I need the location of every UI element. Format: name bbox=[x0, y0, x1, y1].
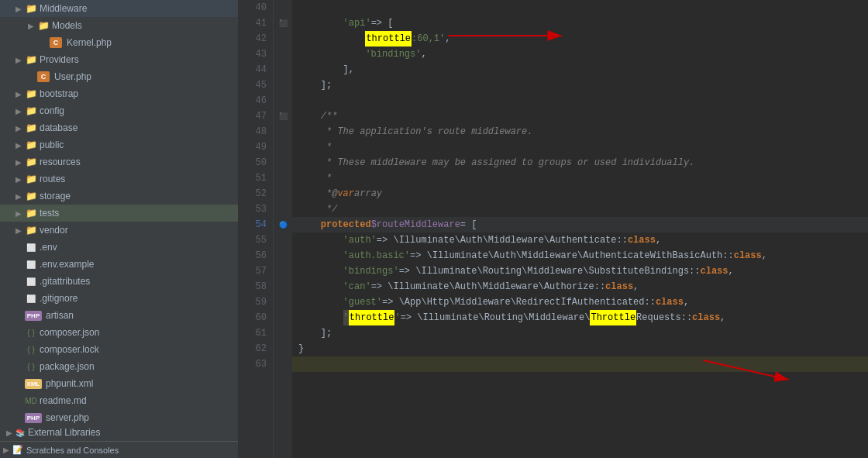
code-line-45: ]; bbox=[292, 77, 868, 93]
sidebar-item-label: Kernel.php bbox=[67, 37, 112, 48]
code-line-47: /** bbox=[292, 108, 868, 124]
folder-icon: 📁 bbox=[25, 191, 37, 201]
code-line-59: 'guest' => \App\Http\Middleware\ Redirec… bbox=[292, 294, 868, 310]
sidebar-item-providers[interactable]: ▶ 📁 Providers bbox=[0, 51, 238, 68]
sidebar-item-middleware[interactable]: ▶ 📁 Middleware bbox=[0, 0, 238, 17]
sidebar-item-label: phpunit.xml bbox=[46, 378, 93, 389]
gutter-cell bbox=[274, 0, 292, 15]
code-line-41: 'api' => [ bbox=[292, 15, 868, 31]
folder-icon: 📁 bbox=[25, 3, 37, 14]
folder-icon: 📁 bbox=[25, 139, 37, 150]
sidebar: ▶ 📁 Middleware ▶ 📁 Models C Kernel.php ▶… bbox=[0, 0, 239, 458]
gutter-cell bbox=[274, 248, 292, 263]
code-line-60: 'throttle' => \Illuminate\Routing\Middle… bbox=[292, 310, 868, 325]
sidebar-item-tests[interactable]: ▶ 📁 tests bbox=[0, 205, 238, 222]
gutter-cell bbox=[274, 341, 292, 356]
sidebar-item-resources[interactable]: ▶ 📁 resources bbox=[0, 153, 238, 170]
gutter-cell bbox=[274, 310, 292, 325]
sidebar-item-label: database bbox=[40, 122, 78, 133]
code-line-55: 'auth' => \Illuminate\Auth\Middleware\ A… bbox=[292, 232, 868, 248]
code-line-62: } bbox=[292, 341, 868, 356]
arrow-icon: ▶ bbox=[12, 158, 25, 167]
sidebar-item-server[interactable]: PHP server.php bbox=[0, 409, 238, 424]
file-env-icon: ⬜ bbox=[25, 243, 37, 252]
sidebar-item-label: bootstrap bbox=[40, 88, 78, 99]
sidebar-item-label: .gitignore bbox=[40, 293, 78, 304]
folder-icon: 📁 bbox=[25, 157, 37, 167]
code-line-52: * @var array bbox=[292, 186, 868, 201]
code-line-58: 'can' => \Illuminate\Auth\Middleware\ Au… bbox=[292, 279, 868, 294]
line-numbers: 40 41 42 43 44 45 46 47 48 49 50 51 52 5… bbox=[239, 0, 274, 458]
sidebar-item-kernel[interactable]: C Kernel.php bbox=[0, 34, 238, 51]
file-git-icon: ⬜ bbox=[25, 277, 37, 286]
code-line-48: * The application's route middleware. bbox=[292, 124, 868, 139]
folder-icon: 📁 bbox=[25, 122, 37, 133]
arrow-icon: ▶ bbox=[3, 446, 9, 454]
sidebar-item-gitattributes[interactable]: ⬜ .gitattributes bbox=[0, 273, 238, 290]
gutter-cell: ⬛ bbox=[274, 15, 292, 31]
sidebar-item-public[interactable]: ▶ 📁 public bbox=[0, 136, 238, 153]
sidebar-scratches[interactable]: ▶ 📝 Scratches and Consoles bbox=[0, 441, 238, 458]
arrow-icon: ▶ bbox=[12, 5, 25, 13]
scratches-icon: 📝 bbox=[12, 445, 23, 455]
sidebar-item-database[interactable]: ▶ 📁 database bbox=[0, 119, 238, 136]
sidebar-item-label: External Libraries bbox=[28, 427, 100, 438]
sidebar-item-composer-lock[interactable]: { } composer.lock bbox=[0, 341, 238, 358]
sidebar-item-label: .gitattributes bbox=[40, 276, 90, 287]
throttle-highlight-1: throttle bbox=[365, 31, 412, 46]
sidebar-item-label: Providers bbox=[40, 54, 79, 65]
sidebar-item-bootstrap[interactable]: ▶ 📁 bootstrap bbox=[0, 85, 238, 102]
gutter-cell-bookmark: 🔵 bbox=[274, 217, 292, 232]
code-line-51: * bbox=[292, 170, 868, 186]
folder-icon: 📁 bbox=[25, 88, 37, 99]
sidebar-item-label: Models bbox=[52, 20, 82, 31]
gutter-cell bbox=[274, 201, 292, 217]
code-line-57: 'bindings' => \Illuminate\Routing\Middle… bbox=[292, 263, 868, 279]
sidebar-item-composer-json[interactable]: { } composer.json bbox=[0, 324, 238, 341]
gutter-cell bbox=[274, 77, 292, 93]
sidebar-item-package-json[interactable]: { } package.json bbox=[0, 358, 238, 375]
sidebar-item-label: resources bbox=[40, 157, 81, 167]
gutter-cell bbox=[274, 46, 292, 62]
folder-icon: 📁 bbox=[25, 54, 37, 65]
gutter-cell bbox=[274, 93, 292, 108]
sidebar-item-config[interactable]: ▶ 📁 config bbox=[0, 102, 238, 119]
gutter-cell bbox=[274, 186, 292, 201]
sidebar-item-routes[interactable]: ▶ 📁 routes bbox=[0, 170, 238, 188]
gutter-cell bbox=[274, 124, 292, 139]
sidebar-item-label: composer.lock bbox=[40, 344, 99, 355]
sidebar-item-gitignore[interactable]: ⬜ .gitignore bbox=[0, 290, 238, 307]
file-env-icon: ⬜ bbox=[25, 260, 37, 269]
gutter-cell bbox=[274, 263, 292, 279]
file-json-icon: { } bbox=[25, 329, 37, 337]
sidebar-item-models[interactable]: ▶ 📁 Models bbox=[0, 17, 238, 34]
sidebar-item-user[interactable]: C User.php bbox=[0, 68, 238, 85]
sidebar-item-env-example[interactable]: ⬜ .env.example bbox=[0, 256, 238, 273]
sidebar-item-phpunit[interactable]: XML phpunit.xml bbox=[0, 375, 238, 392]
folder-green-icon: 📁 bbox=[25, 208, 37, 219]
sidebar-item-vendor[interactable]: ▶ 📁 vendor bbox=[0, 222, 238, 239]
sidebar-item-readme[interactable]: MD readme.md bbox=[0, 392, 238, 409]
library-icon: 📚 bbox=[16, 429, 25, 437]
gutter-cell bbox=[274, 232, 292, 248]
file-json-icon: { } bbox=[25, 363, 37, 371]
sidebar-item-artisan[interactable]: PHP artisan bbox=[0, 307, 238, 324]
sidebar-item-external-libraries[interactable]: ▶ 📚 External Libraries bbox=[0, 424, 238, 441]
gutter-cell bbox=[274, 325, 292, 341]
code-line-49: * bbox=[292, 139, 868, 155]
file-md-icon: MD bbox=[25, 397, 37, 405]
throttle-class-highlight: Throttle bbox=[590, 310, 636, 325]
code-line-61: ]; bbox=[292, 325, 868, 341]
arrow-icon: ▶ bbox=[25, 22, 37, 30]
sidebar-item-label: tests bbox=[40, 208, 59, 219]
arrow-icon: ▶ bbox=[12, 175, 25, 184]
code-line-44: ], bbox=[292, 62, 868, 77]
sidebar-item-env[interactable]: ⬜ .env bbox=[0, 239, 238, 256]
scratches-label: Scratches and Consoles bbox=[26, 446, 119, 455]
code-line-56: 'auth.basic' => \Illuminate\Auth\Middlew… bbox=[292, 248, 868, 263]
folder-icon: 📁 bbox=[25, 174, 37, 184]
sidebar-item-storage[interactable]: ▶ 📁 storage bbox=[0, 188, 238, 205]
file-c-icon: C bbox=[50, 37, 62, 48]
arrow-icon: ▶ bbox=[12, 90, 25, 98]
file-php-icon: PHP bbox=[25, 311, 42, 321]
